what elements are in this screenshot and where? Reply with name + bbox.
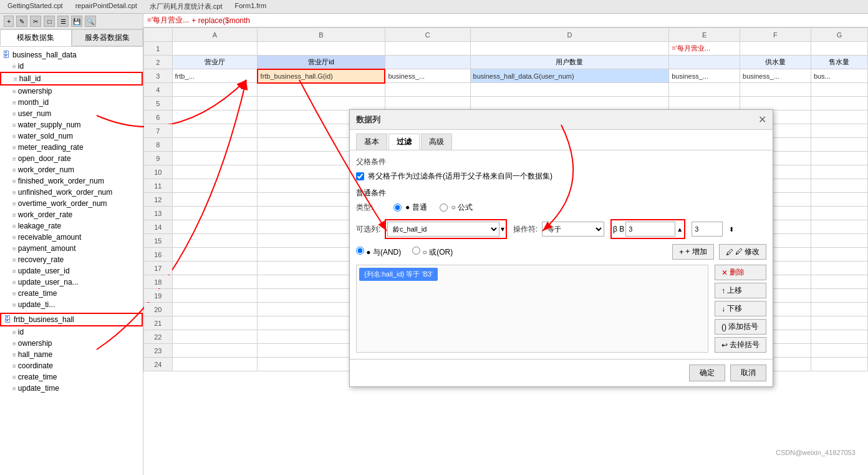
and-label[interactable]: ● 与(AND) (356, 247, 401, 258)
field-overtime_work_order_num[interactable]: ≡overtime_work_order_num (0, 198, 143, 209)
field2-create_time[interactable]: ≡create_time (0, 371, 143, 383)
col-header-d[interactable]: D (470, 28, 669, 42)
save-icon[interactable]: 💾 (71, 16, 82, 27)
col-select[interactable]: 龄c_hall_id (387, 222, 499, 237)
file-tab-1[interactable]: repairPointDetail.cpt (72, 1, 141, 12)
field2-update_time[interactable]: ≡update_time (0, 383, 143, 394)
add-bracket-button[interactable]: () 添加括号 (715, 319, 766, 335)
type-normal-label[interactable]: ● 普通 (393, 202, 427, 213)
tab-advanced[interactable]: 高级 (421, 134, 452, 150)
field-update_ti[interactable]: ≡update_ti... (0, 299, 143, 310)
field-create_time[interactable]: ≡create_time (0, 288, 143, 299)
op-select[interactable]: 等于 不等于 大于 小于 (542, 222, 604, 237)
type-normal-radio[interactable] (393, 203, 402, 212)
cell-b2[interactable]: 营业厅id (258, 56, 385, 69)
col-header-b[interactable]: B (258, 28, 385, 42)
cell-d3[interactable]: business_hall_data.G(user_num) (470, 69, 669, 83)
field-id[interactable]: ≡ id (0, 61, 143, 72)
field-work_order_rate[interactable]: ≡work_order_rate (0, 209, 143, 220)
field-unfinished_work_order_num[interactable]: ≡unfinished_work_order_num (0, 187, 143, 198)
col-header-c[interactable]: C (385, 28, 470, 42)
field-update_user_na[interactable]: ≡update_user_na... (0, 277, 143, 288)
father-condition-checkbox[interactable] (356, 172, 364, 180)
dialog-close-button[interactable]: ✕ (758, 114, 766, 125)
move-down-button[interactable]: ↓ 下移 (715, 301, 766, 316)
cell-f2[interactable]: 供水量 (740, 56, 811, 69)
cell-e2[interactable] (669, 56, 740, 69)
field-water_supply_num[interactable]: ≡water_supply_num (0, 119, 143, 130)
db-node-2[interactable]: 🗄 frtb_business_hall (0, 313, 143, 326)
field-update_user_id[interactable]: ≡update_user_id (0, 265, 143, 277)
val-input[interactable] (625, 222, 675, 237)
confirm-button[interactable]: 确定 (689, 365, 725, 381)
cell-c2[interactable] (385, 56, 470, 69)
or-radio[interactable] (412, 247, 420, 255)
modify-button[interactable]: 🖊 🖊 修改 (719, 244, 766, 260)
cell-a1[interactable] (172, 42, 258, 56)
field-finished_work_order_num[interactable]: ≡finished_work_order_num (0, 175, 143, 187)
field-hall_id[interactable]: ≡ hall_id (0, 72, 143, 86)
field2-id[interactable]: ≡id (0, 326, 143, 338)
col-header-f[interactable]: F (740, 28, 811, 42)
copy-icon[interactable]: □ (44, 16, 55, 27)
condition-item-0[interactable]: {列名:hall_id} 等于 'B3' (359, 268, 438, 281)
cell-e3[interactable]: business_... (669, 69, 740, 83)
file-tab-2[interactable]: 水厂药耗月度统计表.cpt (146, 1, 226, 12)
field-water_sold_num[interactable]: ≡water_sold_num (0, 130, 143, 142)
field-receivable_amount[interactable]: ≡receivable_amount (0, 232, 143, 243)
cell-g3[interactable]: bus... (811, 69, 867, 83)
field2-hall_name[interactable]: ≡hall_name (0, 349, 143, 360)
val-input-2[interactable] (692, 222, 723, 237)
field-ownership[interactable]: ≡ownership (0, 86, 143, 97)
field-leakage_rate[interactable]: ≡leakage_rate (0, 220, 143, 232)
remove-bracket-button[interactable]: ↩ 去掉括号 (715, 337, 766, 353)
field-user_num[interactable]: ≡user_num (0, 108, 143, 119)
cell-d2[interactable]: 用户数量 (470, 56, 669, 69)
cell-f1[interactable] (740, 42, 811, 56)
cell-a3[interactable]: frtb_... (172, 69, 258, 83)
type-formula-radio[interactable] (440, 203, 448, 212)
cancel-button[interactable]: 取消 (730, 365, 766, 381)
tab-basic[interactable]: 基本 (356, 134, 387, 150)
move-up-button[interactable]: ↑ 上移 (715, 283, 766, 298)
field-work_order_num[interactable]: ≡work_order_num (0, 164, 143, 175)
tab-template[interactable]: 模板数据集 (0, 29, 72, 46)
add-button[interactable]: + + 增加 (672, 244, 713, 260)
cell-g1[interactable] (811, 42, 867, 56)
file-tab-0[interactable]: GettingStarted.cpt (4, 1, 67, 12)
add-btn[interactable]: + (4, 16, 14, 27)
edit-icon[interactable]: ✎ (16, 16, 27, 27)
data-column-dialog[interactable]: 数据列 ✕ 基本 过滤 高级 父格条件 将父格子作为过滤条件(适用于父子格来自同… (349, 109, 773, 387)
cell-f3[interactable]: business_... (740, 69, 811, 83)
col-header-g[interactable]: G (811, 28, 867, 42)
cut-icon[interactable]: ✂ (30, 16, 41, 27)
val-box[interactable]: β B ▲ (610, 219, 685, 239)
or-label[interactable]: ○ 或(OR) (412, 247, 453, 258)
val-spinner-2[interactable]: ⬍ (729, 226, 734, 233)
cell-b3[interactable]: frtb_business_hall.G(id) (258, 69, 385, 83)
cell-c1[interactable] (385, 42, 470, 56)
and-radio[interactable] (356, 247, 364, 255)
tab-server[interactable]: 服务器数据集 (72, 29, 143, 46)
cell-e1[interactable]: ='每月营业... (669, 42, 740, 56)
cell-a2[interactable]: 营业厅 (172, 56, 258, 69)
col-header-e[interactable]: E (669, 28, 740, 42)
field-month_id[interactable]: ≡month_id (0, 97, 143, 108)
cell-c3[interactable]: business_... (385, 69, 470, 83)
col-header-a[interactable]: A (172, 28, 258, 42)
field2-ownership[interactable]: ≡ownership (0, 338, 143, 349)
col-select-box[interactable]: 龄c_hall_id ▾ (385, 219, 507, 239)
search-icon[interactable]: 🔍 (85, 16, 96, 27)
field-meter_reading_rate[interactable]: ≡meter_reading_rate (0, 142, 143, 153)
delete-button[interactable]: ✕ 删除 (715, 265, 766, 280)
field-payment_amount[interactable]: ≡payment_amount (0, 243, 143, 254)
tab-filter[interactable]: 过滤 (388, 134, 420, 150)
val-spinner-up[interactable]: ▲ (677, 226, 683, 233)
cell-b1[interactable] (258, 42, 385, 56)
cell-d1[interactable] (470, 42, 669, 56)
db-node-1[interactable]: 🗄 business_hall_data (0, 49, 143, 61)
field2-coordinate[interactable]: ≡coordinate (0, 360, 143, 371)
type-formula-label[interactable]: ○ 公式 (440, 202, 473, 213)
file-tab-3[interactable]: Form1.frm (231, 1, 270, 12)
list-icon[interactable]: ☰ (57, 16, 69, 27)
